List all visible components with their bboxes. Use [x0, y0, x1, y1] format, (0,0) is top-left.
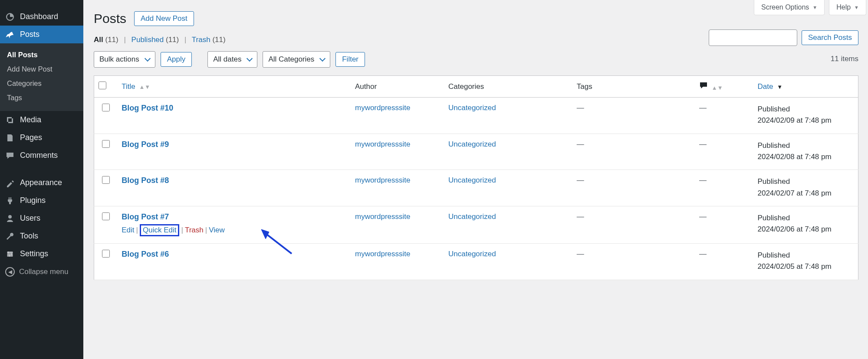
sort-icon: ▲▼ [139, 84, 151, 90]
collapse-menu[interactable]: ◀ Collapse menu [0, 263, 83, 281]
bulk-actions-select[interactable]: Bulk actions [94, 51, 155, 68]
status-trash-count: (11) [212, 36, 225, 44]
menu-settings-label: Settings [20, 249, 48, 258]
menu-tools[interactable]: Tools [0, 227, 83, 245]
menu-users[interactable]: Users [0, 209, 83, 227]
pages-icon [5, 134, 15, 142]
screen-options-label: Screen Options [761, 3, 809, 11]
category-filter-select[interactable]: All Categories [263, 51, 330, 68]
post-author-link[interactable]: mywordpresssite [355, 250, 411, 258]
row-checkbox[interactable] [102, 212, 110, 220]
status-published-count: (11) [166, 36, 179, 44]
post-title-link[interactable]: Blog Post #6 [122, 250, 169, 258]
status-published[interactable]: Published [132, 36, 164, 44]
status-all-count: (11) [105, 36, 118, 44]
pin-icon [5, 30, 15, 39]
submenu-all-posts[interactable]: All Posts [0, 48, 83, 62]
post-category-link[interactable]: Uncategorized [448, 140, 496, 148]
page-header: Posts Add New Post [94, 11, 858, 26]
users-icon [5, 214, 15, 223]
menu-pages[interactable]: Pages [0, 129, 83, 147]
date-filter-select[interactable]: All dates [207, 51, 257, 68]
row-checkbox[interactable] [102, 140, 110, 148]
filter-button[interactable]: Filter [335, 52, 365, 67]
table-row: Blog Post #7 Edit|Quick Edit|Trash|View … [94, 206, 858, 244]
post-title-link[interactable]: Blog Post #10 [122, 104, 173, 112]
post-comments: — [695, 134, 753, 170]
chevron-down-icon: ▼ [854, 5, 859, 10]
search-input[interactable] [709, 29, 797, 46]
add-new-post-button[interactable]: Add New Post [134, 11, 194, 26]
menu-appearance-label: Appearance [20, 178, 62, 187]
post-date: Published2024/02/06 at 7:48 pm [753, 206, 858, 244]
post-date: Published2024/02/08 at 7:48 pm [753, 134, 858, 170]
row-checkbox[interactable] [102, 250, 110, 258]
post-title-link[interactable]: Blog Post #9 [122, 140, 169, 149]
menu-pages-label: Pages [20, 133, 42, 142]
row-action-trash[interactable]: Trash [185, 226, 204, 234]
post-date: Published2024/02/09 at 7:48 pm [753, 98, 858, 134]
apply-button[interactable]: Apply [161, 52, 192, 67]
appearance-icon [5, 179, 15, 187]
post-author-link[interactable]: mywordpresssite [355, 140, 411, 148]
post-comments: — [695, 170, 753, 206]
post-author-link[interactable]: mywordpresssite [355, 176, 411, 184]
status-trash[interactable]: Trash [192, 36, 210, 44]
post-category-link[interactable]: Uncategorized [448, 250, 496, 258]
menu-dashboard-label: Dashboard [20, 12, 58, 21]
menu-dashboard[interactable]: Dashboard [0, 8, 83, 26]
row-checkbox[interactable] [102, 176, 110, 184]
column-title[interactable]: Title [122, 82, 135, 91]
row-actions: Edit|Quick Edit|Trash|View [122, 224, 346, 236]
row-action-view[interactable]: View [209, 226, 225, 234]
menu-settings[interactable]: Settings [0, 245, 83, 263]
submenu-categories[interactable]: Categories [0, 76, 83, 91]
menu-media[interactable]: Media [0, 111, 83, 129]
search-posts-button[interactable]: Search Posts [802, 30, 858, 45]
main-content: Screen Options ▼ Help ▼ Posts Add New Po… [83, 0, 868, 359]
menu-posts[interactable]: Posts [0, 26, 83, 43]
row-action-quick-edit[interactable]: Quick Edit [143, 226, 176, 234]
menu-comments-label: Comments [20, 151, 58, 160]
post-author-link[interactable]: mywordpresssite [355, 212, 411, 221]
row-action-edit[interactable]: Edit [122, 226, 134, 234]
table-row: Blog Post #8 mywordpresssite Uncategoriz… [94, 170, 858, 206]
post-tags: — [572, 98, 695, 134]
post-tags: — [572, 244, 695, 280]
post-tags: — [572, 206, 695, 244]
posts-submenu: All Posts Add New Post Categories Tags [0, 43, 83, 111]
select-all-checkbox[interactable] [99, 82, 106, 89]
help-label: Help [836, 3, 851, 11]
post-author-link[interactable]: mywordpresssite [355, 104, 411, 112]
submenu-add-new-post[interactable]: Add New Post [0, 62, 83, 76]
help-button[interactable]: Help ▼ [829, 0, 866, 15]
search-area: Search Posts [709, 29, 858, 46]
post-comments: — [695, 98, 753, 134]
post-title-link[interactable]: Blog Post #8 [122, 176, 169, 185]
collapse-icon: ◀ [5, 267, 15, 277]
settings-icon [5, 250, 15, 258]
menu-plugins[interactable]: Plugins [0, 192, 83, 209]
post-category-link[interactable]: Uncategorized [448, 212, 496, 221]
post-title-link[interactable]: Blog Post #7 [122, 212, 169, 221]
table-row: Blog Post #6 mywordpresssite Uncategoriz… [94, 244, 858, 280]
chevron-down-icon: ▼ [812, 5, 817, 10]
post-date: Published2024/02/07 at 7:48 pm [753, 170, 858, 206]
row-checkbox[interactable] [102, 104, 110, 111]
post-category-link[interactable]: Uncategorized [448, 176, 496, 184]
post-tags: — [572, 134, 695, 170]
column-date[interactable]: Date [758, 82, 773, 91]
submenu-tags[interactable]: Tags [0, 91, 83, 105]
post-category-link[interactable]: Uncategorized [448, 104, 496, 112]
screen-options-button[interactable]: Screen Options ▼ [754, 0, 825, 15]
comments-column-icon[interactable] [699, 83, 710, 91]
sort-icon: ▲▼ [712, 85, 723, 91]
menu-appearance[interactable]: Appearance [0, 174, 83, 192]
status-all[interactable]: All [94, 36, 103, 44]
collapse-label: Collapse menu [19, 268, 68, 276]
menu-tools-label: Tools [20, 232, 38, 241]
sort-desc-icon: ▼ [777, 84, 783, 90]
page-title: Posts [94, 11, 126, 26]
post-tags: — [572, 170, 695, 206]
menu-comments[interactable]: Comments [0, 147, 83, 164]
